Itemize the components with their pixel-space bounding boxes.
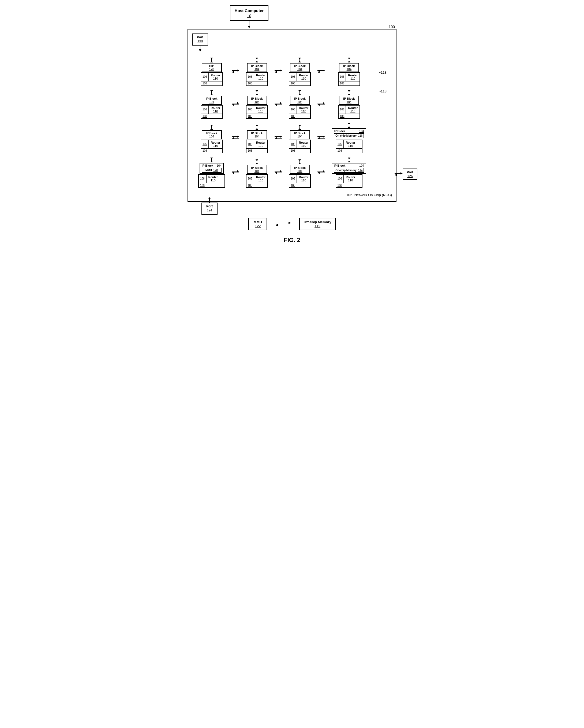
- svg-marker-27: [348, 61, 350, 62]
- ref-118-label: ~118: [379, 71, 387, 75]
- noc-label-container: 102 Network On Chip (NOC): [192, 192, 392, 197]
- svg-marker-61: [256, 128, 258, 130]
- memory2-ip-box: IP Block 104 On-chip Memory 114: [331, 163, 366, 174]
- cell-content: IP Block 104 MMU 120 106 Router 110: [198, 158, 225, 188]
- ip-block-box: IP Block 104: [290, 96, 310, 105]
- router-label-area: Router 110: [254, 140, 267, 148]
- port-106: 106: [246, 175, 254, 183]
- svg-marker-22: [323, 70, 325, 72]
- cell-content: IP Block 104 106 Router 110 108: [246, 90, 268, 119]
- vert-arrow-svg: [255, 125, 259, 130]
- mmu-memory-arrow: [275, 221, 291, 227]
- svg-marker-34: [232, 104, 234, 106]
- noc-container: 100 Port 130: [188, 29, 396, 202]
- grid-cell: IP Block 104 106 Router 110 108: [287, 122, 313, 154]
- cell-content: IP Block 104 106 Router 110 108: [246, 125, 268, 153]
- cell-content: IP Block 104 106 Router 110 108: [198, 90, 225, 119]
- svg-marker-48: [317, 104, 320, 106]
- cell-content: IP Block 104 106 Router 110 108: [331, 90, 366, 119]
- port-108: 108: [336, 183, 362, 187]
- router-unit: 106 Router 110 108: [338, 105, 360, 119]
- h-arrow-cell: [231, 89, 240, 120]
- ip-block-box: IP Block 104: [339, 63, 359, 72]
- grid-cell: IP Block 104 106 Router 110 108: [244, 122, 270, 154]
- grid-cell: IP Block 104 106 Router 110 108: [196, 89, 227, 120]
- router-label-area: Router 110: [297, 175, 310, 183]
- h-arrow-cell: [317, 122, 325, 154]
- off-chip-label: Off-chip Memory: [303, 220, 331, 224]
- svg-marker-51: [348, 94, 350, 95]
- port-106: 106: [289, 106, 297, 113]
- svg-marker-44: [298, 94, 301, 95]
- svg-marker-41: [274, 104, 277, 106]
- grid-cell: IP Block 104 106 Router 110 108: [287, 56, 313, 87]
- h-arrow: [232, 135, 239, 139]
- port-126-box: Port 126: [403, 168, 417, 180]
- router-unit: 106 Router 110 108: [289, 72, 311, 86]
- host-computer-box: Host Computer 10: [230, 5, 268, 21]
- ref-118-label-2: ~118: [379, 89, 387, 93]
- svg-marker-63: [280, 136, 282, 138]
- h-arrow-cell: [317, 56, 325, 87]
- ip-block-box: IP Block 104: [202, 130, 222, 139]
- svg-marker-87: [280, 170, 282, 172]
- v-arrow: [298, 58, 302, 62]
- h-arrow: [232, 102, 239, 106]
- svg-marker-30: [210, 94, 213, 95]
- grid-cell: IP Block 104 On-chip Memory 116 106 Rout…: [329, 122, 368, 154]
- router-unit: 106 Router 110 108: [289, 139, 311, 153]
- cell-content: IP Block 104 106 Router 110 108: [331, 58, 366, 86]
- router-label-area: Router 110: [209, 106, 222, 113]
- vert-arrow-svg: [347, 158, 351, 162]
- vert-arrow-svg: [210, 90, 214, 95]
- cell-content: IP Block 104 106 Router 110 108: [289, 125, 311, 153]
- vert-arrow-svg: [347, 90, 351, 95]
- port-126-container: Port 126: [395, 168, 417, 180]
- ref-102: 102: [346, 193, 352, 197]
- port126-arrow: [395, 172, 403, 176]
- svg-marker-89: [274, 172, 277, 174]
- vert-arrow-svg: [255, 90, 259, 95]
- svg-marker-24: [317, 71, 320, 73]
- vert-arrow-svg: [210, 158, 214, 162]
- ip-block-box: IP Block 104: [290, 63, 310, 72]
- ip-block-box: IP Block 104: [247, 130, 267, 139]
- router-unit: 106 Router 110 108: [201, 139, 222, 153]
- h-arrow-cell: [317, 156, 325, 189]
- port-108: 108: [246, 113, 267, 118]
- port-106: 106: [336, 140, 344, 148]
- vert-arrow-svg: [298, 90, 302, 95]
- mmu-ip-box: IP Block 104 MMU 120: [200, 163, 224, 174]
- vert-arrow-svg: [255, 58, 259, 62]
- router-unit: 106 Router 110 108: [289, 105, 311, 119]
- h-arrow: [274, 69, 282, 73]
- grid-cell: IP Block 104 106 Router 110 108: [287, 89, 313, 120]
- port-106: 106: [246, 106, 254, 113]
- port-108: 108: [199, 183, 224, 187]
- h-arrow-cell: [317, 89, 325, 120]
- svg-marker-20: [298, 61, 301, 62]
- svg-marker-1: [248, 26, 250, 28]
- router-label-area: Router 110: [297, 106, 310, 113]
- host-label: Host Computer: [235, 8, 264, 13]
- vert-arrow-svg: [298, 58, 302, 62]
- off-chip-memory-box: Off-chip Memory 112: [299, 218, 336, 230]
- svg-marker-72: [317, 137, 320, 139]
- router-unit: 106 Router 110 108: [289, 174, 311, 188]
- h-arrow: [232, 170, 239, 174]
- off-chip-ref: 112: [315, 224, 320, 228]
- svg-marker-99: [348, 161, 350, 162]
- router-unit: 106 Router 110 108: [336, 139, 363, 153]
- svg-marker-17: [274, 71, 277, 73]
- svg-marker-101: [208, 197, 211, 199]
- svg-marker-78: [210, 161, 213, 162]
- h-arrow-cell: [274, 89, 283, 120]
- router-unit: 106 Router 110 108: [198, 174, 225, 188]
- h-arrow-cell: [274, 122, 283, 154]
- noc-label: Network On Chip (NOC): [354, 193, 392, 197]
- h-arrow: [274, 135, 282, 139]
- mmu-122-box: MMU 122: [248, 218, 267, 230]
- port-106: 106: [201, 140, 209, 148]
- v-arrow: [298, 125, 302, 130]
- port-106: 106: [336, 175, 344, 183]
